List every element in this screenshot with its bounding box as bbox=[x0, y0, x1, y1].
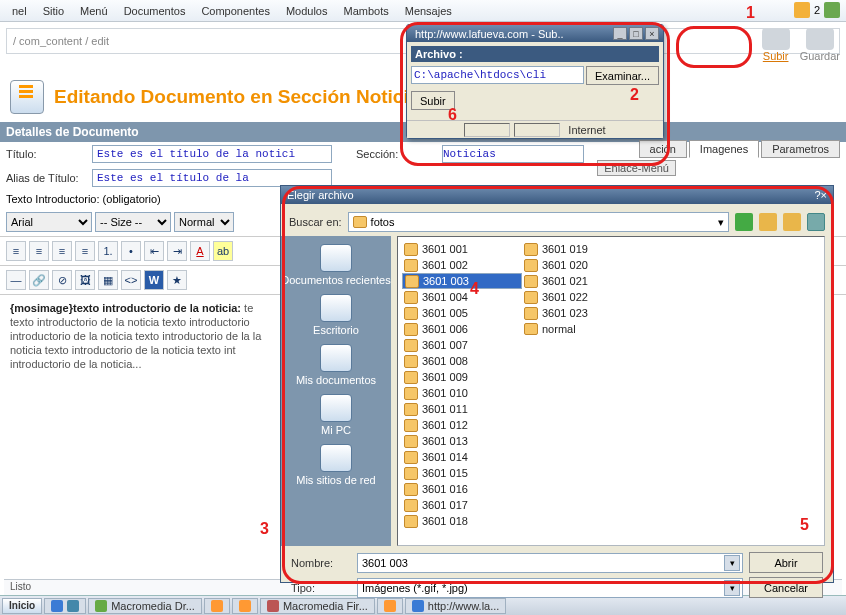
file-item[interactable]: normal bbox=[522, 321, 617, 337]
filetype-combo[interactable]: Imágenes (*.gif, *.jpg)▾ bbox=[357, 578, 743, 598]
menu-item[interactable]: Componentes bbox=[193, 5, 278, 17]
tab-images[interactable]: Imagenes bbox=[689, 140, 759, 158]
chevron-down-icon[interactable]: ▾ bbox=[724, 555, 740, 571]
menu-item[interactable]: Documentos bbox=[116, 5, 194, 17]
align-right-icon[interactable]: ≡ bbox=[52, 241, 72, 261]
lookin-combo[interactable]: fotos ▾ bbox=[348, 212, 729, 232]
place-desktop[interactable]: Escritorio bbox=[281, 292, 391, 338]
open-button[interactable]: Abrir bbox=[749, 552, 823, 573]
file-item[interactable]: 3601 008 bbox=[402, 353, 497, 369]
save-label: Guardar bbox=[800, 50, 840, 62]
views-icon[interactable] bbox=[807, 213, 825, 231]
font-select[interactable]: Arial bbox=[6, 212, 92, 232]
file-item[interactable]: 3601 012 bbox=[402, 417, 497, 433]
table-icon[interactable]: ▦ bbox=[98, 270, 118, 290]
align-center-icon[interactable]: ≡ bbox=[29, 241, 49, 261]
filename-combo[interactable]: 3601 003▾ bbox=[357, 553, 743, 573]
chevron-down-icon[interactable]: ▾ bbox=[724, 580, 740, 596]
tab-link-menu[interactable]: Enlace-Menú bbox=[597, 160, 676, 176]
new-folder-icon[interactable] bbox=[783, 213, 801, 231]
place-mydocs[interactable]: Mis documentos bbox=[281, 342, 391, 388]
file-item[interactable]: 3601 013 bbox=[402, 433, 497, 449]
maximize-icon[interactable]: □ bbox=[629, 27, 643, 40]
file-item[interactable]: 3601 023 bbox=[522, 305, 617, 321]
task-item[interactable] bbox=[232, 598, 258, 614]
place-network[interactable]: Mis sitios de red bbox=[281, 442, 391, 488]
size-select[interactable]: -- Size -- bbox=[95, 212, 171, 232]
html-icon[interactable]: <> bbox=[121, 270, 141, 290]
word-icon[interactable]: W bbox=[144, 270, 164, 290]
file-item[interactable]: 3601 004 bbox=[402, 289, 497, 305]
task-item[interactable]: Macromedia Dr... bbox=[88, 598, 202, 614]
place-mypc[interactable]: Mi PC bbox=[281, 392, 391, 438]
menu-item[interactable]: Sitio bbox=[35, 5, 72, 17]
editor-content[interactable]: {mosimage}texto introductorio de la noti… bbox=[0, 295, 280, 377]
section-select[interactable] bbox=[442, 145, 584, 163]
link-icon[interactable]: 🔗 bbox=[29, 270, 49, 290]
tab-info[interactable]: ación bbox=[639, 140, 687, 158]
hr-icon[interactable]: — bbox=[6, 270, 26, 290]
file-item[interactable]: 3601 007 bbox=[402, 337, 497, 353]
file-item[interactable]: 3601 009 bbox=[402, 369, 497, 385]
menu-item[interactable]: Mambots bbox=[335, 5, 396, 17]
file-item[interactable]: 3601 010 bbox=[402, 385, 497, 401]
close-icon[interactable]: × bbox=[645, 27, 659, 40]
task-item[interactable] bbox=[204, 598, 230, 614]
chevron-down-icon[interactable]: ▾ bbox=[718, 216, 724, 229]
unlink-icon[interactable]: ⊘ bbox=[52, 270, 72, 290]
back-icon[interactable] bbox=[735, 213, 753, 231]
image-file-icon bbox=[404, 243, 418, 256]
tab-params[interactable]: Parametros bbox=[761, 140, 840, 158]
submit-upload-button[interactable]: Subir bbox=[411, 91, 455, 110]
cancel-button[interactable]: Cancelar bbox=[749, 577, 823, 598]
outdent-icon[interactable]: ⇤ bbox=[144, 241, 164, 261]
start-button[interactable]: Inicio bbox=[2, 598, 42, 614]
up-folder-icon[interactable] bbox=[759, 213, 777, 231]
upload-label[interactable]: Subir bbox=[763, 50, 789, 62]
minimize-icon[interactable]: _ bbox=[613, 27, 627, 40]
browse-button[interactable]: Examinar... bbox=[586, 66, 659, 85]
file-list[interactable]: 3601 0013601 0023601 0033601 0043601 005… bbox=[397, 236, 825, 546]
title-input[interactable] bbox=[92, 145, 332, 163]
tool-icon[interactable]: ★ bbox=[167, 270, 187, 290]
file-item[interactable]: 3601 020 bbox=[522, 257, 617, 273]
menu-item[interactable]: Modulos bbox=[278, 5, 336, 17]
file-item[interactable]: 3601 011 bbox=[402, 401, 497, 417]
file-item[interactable]: 3601 022 bbox=[522, 289, 617, 305]
mydocs-icon bbox=[320, 344, 352, 372]
file-item[interactable]: 3601 021 bbox=[522, 273, 617, 289]
mail-icon[interactable] bbox=[794, 2, 810, 18]
file-item[interactable]: 3601 019 bbox=[522, 241, 617, 257]
align-justify-icon[interactable]: ≡ bbox=[75, 241, 95, 261]
file-item[interactable]: 3601 002 bbox=[402, 257, 497, 273]
file-path-input[interactable] bbox=[411, 66, 584, 84]
filedlg-titlebar[interactable]: Elegir archivo ?× bbox=[281, 186, 833, 204]
user-icon[interactable] bbox=[824, 2, 840, 18]
indent-icon[interactable]: ⇥ bbox=[167, 241, 187, 261]
file-item[interactable]: 3601 001 bbox=[402, 241, 497, 257]
file-item[interactable]: 3601 017 bbox=[402, 497, 497, 513]
file-item[interactable]: 3601 014 bbox=[402, 449, 497, 465]
save-action[interactable]: Guardar bbox=[800, 28, 840, 62]
menu-item[interactable]: Menú bbox=[72, 5, 116, 17]
file-item[interactable]: 3601 003 bbox=[402, 273, 522, 289]
format-select[interactable]: Normal bbox=[174, 212, 234, 232]
list-ul-icon[interactable]: • bbox=[121, 241, 141, 261]
quick-launch[interactable] bbox=[44, 598, 86, 614]
upload-action[interactable]: Subir bbox=[762, 28, 790, 62]
highlight-icon[interactable]: ab bbox=[213, 241, 233, 261]
file-item[interactable]: 3601 015 bbox=[402, 465, 497, 481]
file-item[interactable]: 3601 018 bbox=[402, 513, 497, 529]
file-item[interactable]: 3601 005 bbox=[402, 305, 497, 321]
image-icon[interactable]: 🖼 bbox=[75, 270, 95, 290]
align-left-icon[interactable]: ≡ bbox=[6, 241, 26, 261]
place-recent[interactable]: Documentos recientes bbox=[281, 242, 391, 288]
menu-item[interactable]: Mensajes bbox=[397, 5, 460, 17]
font-color-icon[interactable]: A bbox=[190, 241, 210, 261]
file-item[interactable]: 3601 006 bbox=[402, 321, 497, 337]
file-item[interactable]: 3601 016 bbox=[402, 481, 497, 497]
popup-titlebar[interactable]: http://www.lafueva.com - Sub.. _ □ × bbox=[407, 25, 663, 42]
menu-item[interactable]: nel bbox=[4, 5, 35, 17]
close-icon[interactable]: × bbox=[821, 189, 827, 201]
list-ol-icon[interactable]: 1. bbox=[98, 241, 118, 261]
